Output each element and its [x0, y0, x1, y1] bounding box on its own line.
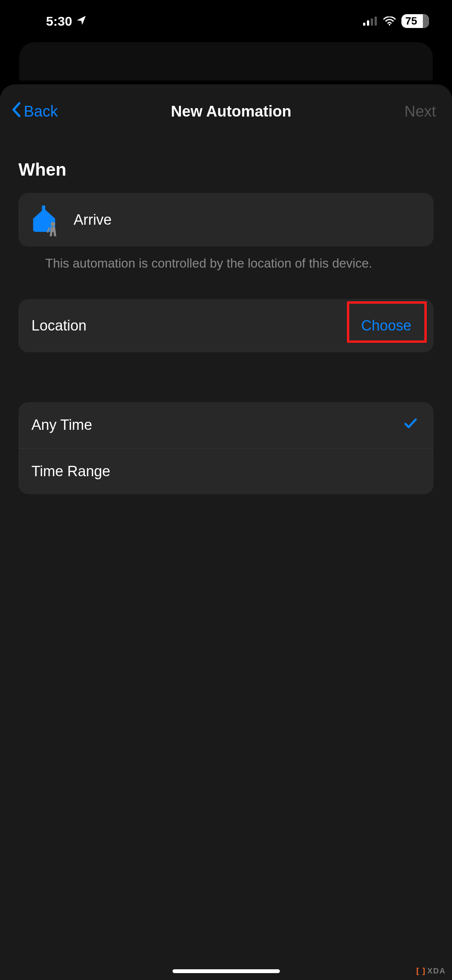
- location-group: Location Choose: [18, 299, 434, 352]
- wifi-icon: [383, 14, 396, 29]
- svg-rect-0: [363, 23, 365, 26]
- arrive-footnote: This automation is controlled by the loc…: [18, 247, 434, 272]
- status-left: 5:30: [46, 14, 87, 29]
- arrive-home-icon: [28, 202, 63, 237]
- xda-watermark: [ ] XDA: [416, 967, 446, 975]
- back-label: Back: [24, 103, 58, 120]
- time-group: Any Time Time Range: [18, 402, 434, 494]
- arrive-group: Arrive: [18, 193, 434, 247]
- checkmark-icon: [403, 416, 418, 434]
- when-header: When: [18, 159, 434, 180]
- home-indicator[interactable]: [173, 969, 280, 973]
- arrive-label: Arrive: [74, 212, 112, 228]
- battery-level: 75: [405, 15, 417, 27]
- arrive-cell[interactable]: Arrive: [18, 193, 434, 247]
- time-range-label: Time Range: [31, 463, 110, 480]
- location-cell[interactable]: Location Choose: [18, 299, 434, 352]
- location-label: Location: [31, 317, 87, 334]
- xda-mark-icon: [ ]: [416, 967, 426, 975]
- svg-point-4: [389, 24, 390, 25]
- xda-text: XDA: [427, 967, 446, 975]
- status-bar: 5:30 75: [0, 0, 452, 42]
- battery-icon: 75: [401, 14, 429, 28]
- svg-rect-3: [375, 16, 377, 26]
- svg-rect-5: [42, 206, 45, 212]
- nav-bar: Back New Automation Next: [0, 84, 452, 136]
- any-time-label: Any Time: [31, 417, 92, 433]
- svg-rect-2: [371, 18, 373, 26]
- choose-location-button[interactable]: Choose: [354, 312, 418, 339]
- time-range-cell[interactable]: Time Range: [18, 448, 434, 494]
- chevron-left-icon: [11, 102, 21, 121]
- status-time: 5:30: [46, 14, 72, 29]
- any-time-cell[interactable]: Any Time: [18, 402, 434, 448]
- cellular-icon: [363, 14, 378, 29]
- next-button[interactable]: Next: [404, 103, 436, 120]
- sheet-content: When: [0, 159, 452, 494]
- location-services-icon: [76, 14, 87, 29]
- nav-title: New Automation: [171, 103, 291, 120]
- automation-sheet: Back New Automation Next When: [0, 84, 452, 980]
- background-sheet-stub: [19, 42, 433, 81]
- svg-rect-1: [367, 20, 369, 26]
- status-right: 75: [363, 14, 429, 29]
- svg-point-6: [51, 222, 55, 227]
- back-button[interactable]: Back: [11, 102, 58, 121]
